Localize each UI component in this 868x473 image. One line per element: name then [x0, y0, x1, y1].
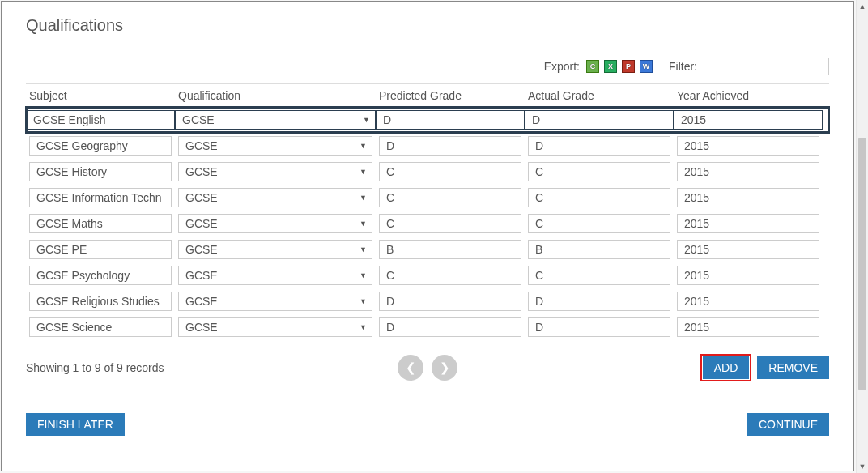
- subject-input[interactable]: GCSE Science: [29, 317, 172, 337]
- subject-input[interactable]: GCSE Geography: [29, 136, 172, 156]
- actual-grade-input[interactable]: C: [528, 266, 670, 285]
- scrollbar-track[interactable]: [857, 13, 868, 460]
- qualification-select[interactable]: GCSE: [178, 162, 372, 181]
- actual-grade-input[interactable]: D: [528, 136, 670, 156]
- table-row[interactable]: GCSE ScienceGCSEDD2015: [26, 314, 829, 340]
- year-achieved-input[interactable]: 2015: [677, 162, 819, 181]
- table-row[interactable]: GCSE PEGCSEBB2015: [26, 236, 829, 262]
- actual-grade-input[interactable]: D: [528, 292, 670, 311]
- actual-grade-input[interactable]: C: [528, 162, 670, 181]
- year-achieved-input[interactable]: 2015: [677, 136, 819, 156]
- year-achieved-input[interactable]: 2015: [677, 188, 819, 207]
- table-row[interactable]: GCSE PsychologyGCSECC2015: [26, 262, 829, 288]
- year-achieved-input[interactable]: 2015: [677, 214, 819, 233]
- page-title: Qualifications: [26, 16, 829, 35]
- qualifications-table: Subject Qualification Predicted Grade Ac…: [26, 83, 829, 340]
- qualification-select[interactable]: GCSE: [178, 214, 372, 233]
- col-actual-grade[interactable]: Actual Grade: [525, 89, 674, 102]
- predicted-grade-input[interactable]: C: [379, 188, 521, 207]
- actual-grade-input[interactable]: B: [528, 240, 670, 259]
- subject-input[interactable]: GCSE Maths: [29, 214, 172, 233]
- scroll-down-arrow[interactable]: ▼: [857, 460, 868, 473]
- col-year-achieved[interactable]: Year Achieved: [674, 89, 823, 102]
- predicted-grade-input[interactable]: C: [379, 266, 521, 285]
- predicted-grade-input[interactable]: C: [379, 214, 521, 233]
- col-qualification[interactable]: Qualification: [175, 89, 376, 102]
- row-action-buttons: ADD REMOVE: [703, 356, 829, 379]
- actual-grade-input[interactable]: C: [528, 214, 670, 233]
- scrollbar-thumb[interactable]: [858, 138, 866, 390]
- table-header: Subject Qualification Predicted Grade Ac…: [26, 84, 829, 107]
- table-row[interactable]: GCSE EnglishGCSEDD2015: [26, 107, 829, 133]
- predicted-grade-input[interactable]: D: [379, 292, 521, 311]
- year-achieved-input[interactable]: 2015: [674, 110, 823, 130]
- scroll-up-arrow[interactable]: ▲: [857, 0, 868, 13]
- qualification-select[interactable]: GCSE: [178, 292, 372, 311]
- word-export-icon[interactable]: W: [640, 60, 653, 73]
- subject-input[interactable]: GCSE Religious Studies: [29, 292, 172, 311]
- year-achieved-input[interactable]: 2015: [677, 240, 819, 259]
- records-info: Showing 1 to 9 of 9 records: [26, 361, 164, 374]
- subject-input[interactable]: GCSE History: [29, 162, 172, 181]
- year-achieved-input[interactable]: 2015: [677, 266, 819, 285]
- pager: ❮ ❯: [398, 355, 457, 381]
- actual-grade-input[interactable]: D: [528, 317, 670, 337]
- qualifications-page: Qualifications Export: C X P W Filter: S…: [2, 2, 853, 452]
- subject-input[interactable]: GCSE English: [26, 110, 175, 130]
- table-row[interactable]: GCSE Information TechnGCSECC2015: [26, 185, 829, 211]
- table-row[interactable]: GCSE GeographyGCSEDD2015: [26, 133, 829, 159]
- predicted-grade-input[interactable]: C: [379, 162, 521, 181]
- actual-grade-input[interactable]: D: [525, 110, 674, 130]
- subject-input[interactable]: GCSE PE: [29, 240, 172, 259]
- continue-button[interactable]: CONTINUE: [747, 413, 829, 436]
- filter-input[interactable]: [704, 58, 829, 75]
- col-subject[interactable]: Subject: [26, 89, 175, 102]
- table-row[interactable]: GCSE HistoryGCSECC2015: [26, 159, 829, 185]
- predicted-grade-input[interactable]: D: [379, 317, 521, 337]
- pager-prev-button[interactable]: ❮: [398, 355, 423, 381]
- qualification-select[interactable]: GCSE: [178, 266, 372, 285]
- qualification-select[interactable]: GCSE: [178, 136, 372, 156]
- table-footer: Showing 1 to 9 of 9 records ❮ ❯ ADD REMO…: [26, 356, 829, 379]
- csv-export-icon[interactable]: C: [586, 60, 599, 73]
- page-actions: FINISH LATER CONTINUE: [26, 413, 829, 436]
- actual-grade-input[interactable]: C: [528, 188, 670, 207]
- export-label: Export:: [544, 60, 580, 73]
- year-achieved-input[interactable]: 2015: [677, 317, 819, 337]
- qualification-select[interactable]: GCSE: [175, 110, 376, 130]
- pdf-export-icon[interactable]: P: [622, 60, 635, 73]
- scrollbar[interactable]: ▲ ▼: [856, 0, 868, 473]
- subject-input[interactable]: GCSE Information Techn: [29, 188, 172, 207]
- chevron-left-icon: ❮: [406, 360, 416, 375]
- table-row[interactable]: GCSE MathsGCSECC2015: [26, 211, 829, 236]
- filter-label: Filter:: [669, 60, 697, 73]
- qualification-select[interactable]: GCSE: [178, 188, 372, 207]
- remove-button[interactable]: REMOVE: [757, 356, 829, 379]
- subject-input[interactable]: GCSE Psychology: [29, 266, 172, 285]
- col-predicted-grade[interactable]: Predicted Grade: [376, 89, 525, 102]
- qualification-select[interactable]: GCSE: [178, 240, 372, 259]
- pager-next-button[interactable]: ❯: [432, 355, 457, 381]
- app-viewport: Qualifications Export: C X P W Filter: S…: [1, 1, 854, 471]
- predicted-grade-input[interactable]: D: [379, 136, 521, 156]
- table-row[interactable]: GCSE Religious StudiesGCSEDD2015: [26, 288, 829, 314]
- add-button[interactable]: ADD: [703, 356, 750, 379]
- predicted-grade-input[interactable]: B: [379, 240, 521, 259]
- excel-export-icon[interactable]: X: [604, 60, 617, 73]
- qualification-select[interactable]: GCSE: [178, 317, 372, 337]
- predicted-grade-input[interactable]: D: [376, 110, 525, 130]
- chevron-right-icon: ❯: [440, 360, 450, 375]
- table-toolbar: Export: C X P W Filter:: [26, 58, 829, 75]
- year-achieved-input[interactable]: 2015: [677, 292, 819, 311]
- finish-later-button[interactable]: FINISH LATER: [26, 413, 125, 436]
